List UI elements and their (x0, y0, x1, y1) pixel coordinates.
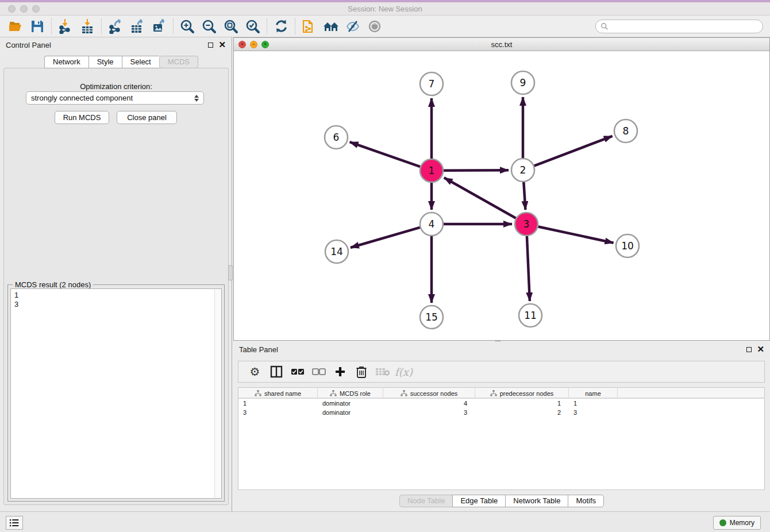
control-tab-network[interactable]: Network (44, 56, 88, 68)
table-tab-motifs[interactable]: Motifs (568, 495, 604, 507)
column-header-predecessor-nodes[interactable]: predecessor nodes (475, 388, 569, 399)
graph-node-3[interactable]: 3 (515, 213, 538, 236)
minimize-view-icon[interactable]: − (250, 41, 257, 48)
memory-button[interactable]: Memory (713, 516, 761, 530)
table-cell[interactable]: 4 (383, 400, 475, 407)
open-session-button[interactable] (5, 17, 26, 36)
graph-node-7[interactable]: 7 (420, 72, 443, 95)
table-cell[interactable]: 3 (569, 409, 618, 416)
first-neighbors-button[interactable] (320, 17, 342, 36)
network-window-controls[interactable]: × − + (238, 41, 269, 48)
zoom-selected-button[interactable] (242, 17, 264, 36)
table-cell[interactable]: dominator (318, 409, 383, 416)
graph-node-1[interactable]: 1 (420, 159, 443, 182)
table-cell[interactable]: 3 (238, 409, 318, 416)
maximize-view-icon[interactable]: + (261, 41, 269, 48)
graph-node-6[interactable]: 6 (325, 126, 348, 149)
table-tab-network-table[interactable]: Network Table (505, 495, 568, 507)
table-cell[interactable]: dominator (318, 400, 383, 407)
control-tab-mcds[interactable]: MCDS (159, 56, 198, 68)
graph-edge-3-1[interactable] (444, 178, 516, 218)
function-builder-button[interactable]: f(x) (393, 363, 414, 380)
table-cell[interactable]: 1 (238, 400, 318, 407)
graph-node-14[interactable]: 14 (325, 240, 348, 263)
vertical-split-handle[interactable] (228, 265, 233, 280)
import-table-button[interactable] (76, 17, 98, 36)
table-cell[interactable]: 3 (383, 409, 475, 416)
column-header-name[interactable]: name (569, 388, 618, 399)
column-header-label: name (585, 390, 601, 397)
new-network-from-selection-button[interactable] (298, 17, 320, 36)
column-header-MCDS-role[interactable]: MCDS role (318, 388, 383, 399)
zoom-window-icon[interactable] (32, 5, 40, 13)
delete-columns-button[interactable] (351, 363, 372, 380)
network-window-titlebar[interactable]: × − + scc.txt (234, 38, 769, 51)
close-window-icon[interactable] (8, 5, 16, 13)
close-panel-button[interactable]: Close panel (117, 111, 177, 124)
graph-node-11[interactable]: 11 (519, 304, 542, 327)
criterion-select[interactable]: strongly connected component (26, 91, 204, 105)
column-header-shared-name[interactable]: shared name (238, 388, 318, 399)
table-panel: Table Panel ✕ ⚙ (233, 342, 770, 511)
mcds-result-textarea[interactable]: 13 (10, 288, 222, 499)
graph-node-9[interactable]: 9 (511, 71, 534, 94)
graph-edge-3-10[interactable] (538, 226, 614, 242)
show-columns-button[interactable] (265, 363, 287, 380)
table-row[interactable]: 1dominator411 (238, 399, 764, 408)
apply-layout-button[interactable] (270, 17, 292, 36)
network-graph[interactable]: 7968124314101511 (234, 51, 769, 340)
task-history-button[interactable] (6, 516, 23, 530)
result-scrollbar[interactable] (214, 289, 221, 498)
graph-edge-4-14[interactable] (351, 228, 420, 248)
trash-icon (356, 365, 367, 378)
minimize-window-icon[interactable] (20, 5, 28, 13)
graphics-details-button[interactable] (342, 17, 364, 36)
export-table-button[interactable] (126, 17, 148, 36)
table-tab-node-table[interactable]: Node Table (399, 495, 453, 507)
node-table[interactable]: shared nameMCDS rolesuccessor nodesprede… (238, 387, 765, 490)
table-row[interactable]: 3dominator323 (238, 408, 764, 417)
save-session-button[interactable] (26, 17, 48, 36)
control-tab-style[interactable]: Style (88, 56, 122, 68)
zoom-out-button[interactable] (198, 17, 220, 36)
search-input[interactable] (595, 20, 763, 33)
float-table-panel-icon[interactable] (746, 347, 752, 352)
graph-node-15[interactable]: 15 (420, 306, 443, 329)
table-cell[interactable]: 1 (569, 400, 618, 407)
graph-node-label: 6 (333, 132, 340, 143)
delete-table-button[interactable] (372, 363, 393, 380)
column-header-label: successor nodes (410, 390, 458, 397)
table-cell[interactable]: 1 (475, 400, 569, 407)
close-table-panel-icon[interactable]: ✕ (757, 346, 764, 352)
table-cell[interactable]: 2 (475, 409, 569, 416)
app-window-controls[interactable] (8, 5, 40, 13)
export-image-button[interactable] (148, 17, 170, 36)
control-panel: Control Panel ✕ NetworkStyleSelectMCDS O… (0, 37, 232, 511)
graph-node-10[interactable]: 10 (616, 234, 639, 257)
zoom-in-button[interactable] (176, 17, 198, 36)
close-panel-icon[interactable]: ✕ (218, 42, 226, 48)
close-view-icon[interactable]: × (238, 41, 246, 48)
graph-edge-2-8[interactable] (534, 136, 613, 166)
import-network-button[interactable] (55, 17, 76, 36)
column-namespace-icon (255, 390, 261, 396)
export-network-button[interactable] (105, 17, 126, 36)
graph-node-8[interactable]: 8 (614, 119, 637, 142)
graph-node-2[interactable]: 2 (511, 159, 534, 182)
graph-edge-3-11[interactable] (527, 236, 530, 301)
deselect-all-columns-button[interactable] (308, 363, 329, 380)
graph-node-4[interactable]: 4 (420, 213, 443, 236)
zoom-fit-button[interactable] (220, 17, 242, 36)
birds-eye-view-button[interactable] (364, 17, 386, 36)
create-column-button[interactable] (329, 363, 351, 380)
control-tab-select[interactable]: Select (122, 56, 159, 68)
column-header-successor-nodes[interactable]: successor nodes (383, 388, 475, 399)
table-tab-edge-table[interactable]: Edge Table (452, 495, 505, 507)
graph-edge-1-6[interactable] (350, 142, 421, 167)
graph-edge-1-2[interactable] (444, 170, 509, 171)
table-options-button[interactable]: ⚙ (244, 363, 265, 380)
select-all-columns-button[interactable] (287, 363, 308, 380)
float-panel-icon[interactable] (208, 43, 213, 48)
run-mcds-button[interactable]: Run MCDS (55, 111, 109, 124)
graph-edge-2-3[interactable] (523, 182, 525, 210)
